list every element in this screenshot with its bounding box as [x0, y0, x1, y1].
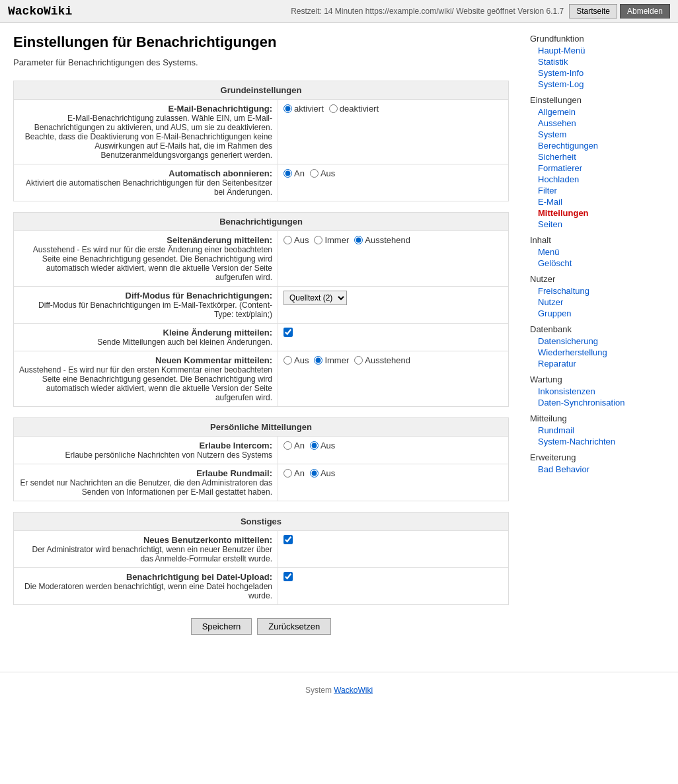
- radio-input-email-benachrichtigung-0[interactable]: [283, 104, 292, 113]
- radio-item-automatisch-abonnieren-0[interactable]: An: [283, 168, 305, 178]
- radio-item-neuen-kommentar-2[interactable]: Ausstehend: [354, 355, 410, 365]
- footer-text: System: [305, 686, 332, 695]
- radio-input-seitenaenderung-1[interactable]: [314, 236, 322, 244]
- radio-input-email-benachrichtigung-1[interactable]: [329, 104, 338, 113]
- radio-item-erlaube-rundmail-1[interactable]: Aus: [310, 468, 335, 478]
- sidebar-link-statistik[interactable]: Statistik: [530, 56, 646, 67]
- radio-input-automatisch-abonnieren-1[interactable]: [310, 169, 319, 178]
- radio-item-automatisch-abonnieren-1[interactable]: Aus: [310, 168, 335, 178]
- radio-input-neuen-kommentar-1[interactable]: [314, 356, 322, 365]
- save-button[interactable]: Speichern: [191, 618, 252, 635]
- radio-input-seitenaenderung-2[interactable]: [354, 236, 363, 244]
- label-erlaube-rundmail: Erlaube Rundmail:Er sendet nur Nachricht…: [14, 464, 278, 501]
- sidebar-link-inkonsistenzen[interactable]: Inkonsistenzen: [530, 386, 646, 397]
- label-seitenaenderung: Seitenänderung mitteilen:Ausstehend - Es…: [14, 231, 278, 287]
- value-erlaube-intercom[interactable]: An Aus: [278, 437, 509, 464]
- row-erlaube-intercom: Erlaube Intercom:Erlaube persönliche Nac…: [14, 437, 509, 464]
- sidebar-link-nutzer[interactable]: Nutzer: [530, 297, 646, 308]
- label-neues-benutzerkonto: Neues Benutzerkonto mitteilen:Der Admini…: [14, 531, 278, 568]
- sidebar-link-seiten[interactable]: Seiten: [530, 219, 646, 230]
- checkbox-neues-benutzerkonto[interactable]: [283, 535, 293, 544]
- radio-item-erlaube-intercom-1[interactable]: Aus: [310, 441, 335, 450]
- radio-input-neuen-kommentar-2[interactable]: [354, 356, 363, 365]
- sidebar-link-menü[interactable]: Menü: [530, 246, 646, 258]
- section-title-grundeinstellungen: Grundeinstellungen: [14, 81, 509, 100]
- value-datei-upload[interactable]: [278, 568, 509, 605]
- sidebar-link-haupt-menü[interactable]: Haupt-Menü: [530, 45, 646, 56]
- reset-button[interactable]: Zurücksetzen: [257, 618, 331, 635]
- sidebar-link-wiederherstellung[interactable]: Wiederherstellung: [530, 347, 646, 358]
- value-diff-modus[interactable]: Quelltext (2): [278, 287, 509, 324]
- sidebar-link-formatierer[interactable]: Formatierer: [530, 162, 646, 174]
- sidebar-link-filter[interactable]: Filter: [530, 185, 646, 196]
- value-erlaube-rundmail[interactable]: An Aus: [278, 464, 509, 501]
- sidebar-link-mitteilungen[interactable]: Mitteilungen: [530, 207, 646, 219]
- section-table-persoenliche-mitteilungen: Persönliche MitteilungenErlaube Intercom…: [13, 417, 509, 501]
- abmelden-button[interactable]: Abmelden: [620, 4, 670, 18]
- sidebar-link-allgemein[interactable]: Allgemein: [530, 106, 646, 118]
- checkbox-kleine-aenderung[interactable]: [283, 328, 293, 337]
- value-email-benachrichtigung[interactable]: aktiviert deaktiviert: [278, 100, 509, 164]
- radio-input-neuen-kommentar-0[interactable]: [283, 356, 292, 365]
- sidebar-link-system-log[interactable]: System-Log: [530, 79, 646, 90]
- section-title-persoenliche-mitteilungen: Persönliche Mitteilungen: [14, 418, 509, 437]
- sidebar-link-aussehen[interactable]: Aussehen: [530, 118, 646, 129]
- sidebar-link-reparatur[interactable]: Reparatur: [530, 358, 646, 369]
- label-kleine-aenderung: Kleine Änderung mitteilen:Sende Mitteilu…: [14, 324, 278, 351]
- logo: WackoWiki: [8, 5, 72, 18]
- radio-input-erlaube-rundmail-0[interactable]: [283, 469, 292, 478]
- sidebar-link-sicherheit[interactable]: Sicherheit: [530, 151, 646, 162]
- radio-group-neuen-kommentar: Aus Immer Ausstehend: [283, 355, 503, 365]
- startseite-button[interactable]: Startseite: [569, 4, 617, 18]
- sidebar-link-rundmail[interactable]: Rundmail: [530, 425, 646, 436]
- sidebar-link-datensicherung[interactable]: Datensicherung: [530, 336, 646, 347]
- sidebar-link-freischaltung[interactable]: Freischaltung: [530, 285, 646, 297]
- sidebar-link-gelöscht[interactable]: Gelöscht: [530, 258, 646, 269]
- radio-item-seitenaenderung-2[interactable]: Ausstehend: [354, 235, 410, 245]
- sidebar-link-gruppen[interactable]: Gruppen: [530, 308, 646, 319]
- sidebar-section-label: Nutzer: [530, 274, 646, 284]
- checkbox-datei-upload[interactable]: [283, 572, 293, 581]
- sidebar-section-label: Grundfunktion: [530, 34, 646, 44]
- section-table-grundeinstellungen: GrundeinstellungenE-Mail-Benachrichtigun…: [13, 81, 509, 201]
- sidebar-link-system-nachrichten[interactable]: System-Nachrichten: [530, 436, 646, 447]
- value-automatisch-abonnieren[interactable]: An Aus: [278, 164, 509, 201]
- sidebar-link-berechtigungen[interactable]: Berechtigungen: [530, 140, 646, 151]
- radio-input-automatisch-abonnieren-0[interactable]: [283, 169, 292, 178]
- radio-input-erlaube-rundmail-1[interactable]: [310, 469, 319, 478]
- section-header-sonstiges: Sonstiges: [14, 513, 509, 531]
- value-neuen-kommentar[interactable]: Aus Immer Ausstehend: [278, 351, 509, 407]
- footer-link[interactable]: WackoWiki: [334, 686, 373, 695]
- value-neues-benutzerkonto[interactable]: [278, 531, 509, 568]
- value-seitenaenderung[interactable]: Aus Immer Ausstehend: [278, 231, 509, 287]
- section-header-persoenliche-mitteilungen: Persönliche Mitteilungen: [14, 418, 509, 437]
- sidebar-link-system[interactable]: System: [530, 129, 646, 140]
- sidebar-link-e-mail[interactable]: E-Mail: [530, 196, 646, 207]
- radio-item-neuen-kommentar-0[interactable]: Aus: [283, 355, 309, 365]
- sidebar-section-label: Mitteilung: [530, 413, 646, 423]
- sidebar-section-datenbank: DatenbankDatensicherungWiederherstellung…: [530, 324, 646, 369]
- sidebar-link-hochladen[interactable]: Hochladen: [530, 174, 646, 185]
- radio-item-email-benachrichtigung-0[interactable]: aktiviert: [283, 104, 324, 114]
- radio-item-email-benachrichtigung-1[interactable]: deaktiviert: [329, 104, 379, 114]
- sidebar-link-system-info[interactable]: System-Info: [530, 67, 646, 79]
- section-header-grundeinstellungen: Grundeinstellungen: [14, 81, 509, 100]
- row-automatisch-abonnieren: Automatisch abonnieren:Aktiviert die aut…: [14, 164, 509, 201]
- radio-item-seitenaenderung-1[interactable]: Immer: [314, 235, 349, 245]
- value-kleine-aenderung[interactable]: [278, 324, 509, 351]
- label-email-benachrichtigung: E-Mail-Benachrichtigung:E-Mail-Benachric…: [14, 100, 278, 164]
- radio-item-neuen-kommentar-1[interactable]: Immer: [314, 355, 349, 365]
- label-erlaube-intercom: Erlaube Intercom:Erlaube persönliche Nac…: [14, 437, 278, 464]
- radio-item-erlaube-intercom-0[interactable]: An: [283, 441, 305, 450]
- select-diff-modus[interactable]: Quelltext (2): [283, 291, 347, 305]
- sidebar-link-daten-synchronisation[interactable]: Daten-Synchronisation: [530, 397, 646, 408]
- main-content: Einstellungen für Benachrichtigungen Par…: [0, 23, 522, 659]
- radio-item-seitenaenderung-0[interactable]: Aus: [283, 235, 309, 245]
- sidebar-section-grundfunktion: GrundfunktionHaupt-MenüStatistikSystem-I…: [530, 34, 646, 90]
- radio-input-seitenaenderung-0[interactable]: [283, 236, 292, 244]
- radio-item-erlaube-rundmail-0[interactable]: An: [283, 468, 305, 478]
- radio-input-erlaube-intercom-1[interactable]: [310, 441, 319, 450]
- radio-input-erlaube-intercom-0[interactable]: [283, 441, 292, 450]
- sidebar-link-bad-behavior[interactable]: Bad Behavior: [530, 464, 646, 475]
- footer: System WackoWiki: [0, 672, 678, 708]
